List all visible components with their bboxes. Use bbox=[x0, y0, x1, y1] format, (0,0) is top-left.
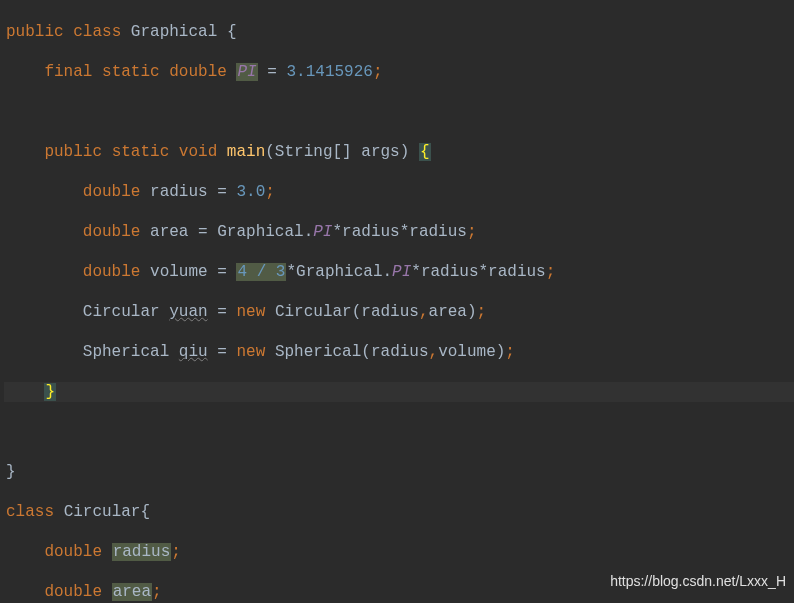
semicolon: ; bbox=[477, 303, 487, 321]
code-line: } bbox=[4, 462, 794, 482]
open-brace-hl: { bbox=[419, 143, 431, 161]
code-line: Spherical qiu = new Spherical(radius,vol… bbox=[4, 342, 794, 362]
semicolon: ; bbox=[265, 183, 275, 201]
number: 3.0 bbox=[236, 183, 265, 201]
semicolon: ; bbox=[546, 263, 556, 281]
expr: *radius*radius bbox=[411, 263, 545, 281]
var-qiu: qiu bbox=[179, 343, 208, 361]
equals: = bbox=[267, 63, 277, 81]
type-double: double bbox=[44, 583, 102, 601]
expr: volume = bbox=[150, 263, 227, 281]
keyword-class: class bbox=[73, 23, 121, 41]
keyword-new: new bbox=[236, 303, 265, 321]
expr: area = Graphical. bbox=[150, 223, 313, 241]
keyword-final: final bbox=[44, 63, 92, 81]
type-circular: Circular bbox=[83, 303, 160, 321]
type-double: double bbox=[83, 223, 141, 241]
close-brace-hl: } bbox=[44, 383, 56, 401]
ctor-call: Spherical(radius bbox=[275, 343, 429, 361]
keyword-class: class bbox=[6, 503, 54, 521]
ctor-call: Circular(radius bbox=[275, 303, 419, 321]
type-double: double bbox=[169, 63, 227, 81]
number: 3.1415926 bbox=[287, 63, 373, 81]
var-yuan: yuan bbox=[169, 303, 207, 321]
semicolon: ; bbox=[152, 583, 162, 601]
args: (String[] args) bbox=[265, 143, 409, 161]
watermark: https://blog.csdn.net/Lxxx_H bbox=[610, 571, 786, 591]
field-radius: radius bbox=[112, 543, 172, 561]
semicolon: ; bbox=[171, 543, 181, 561]
semicolon: ; bbox=[505, 343, 515, 361]
code-line: class Circular{ bbox=[4, 502, 794, 522]
keyword-static: static bbox=[102, 63, 160, 81]
class-name: Graphical bbox=[131, 23, 217, 41]
ctor-call: volume) bbox=[438, 343, 505, 361]
type-double: double bbox=[83, 263, 141, 281]
type-double: double bbox=[83, 183, 141, 201]
code-editor: public class Graphical { final static do… bbox=[0, 0, 794, 603]
code-line: double area = Graphical.PI*radius*radius… bbox=[4, 222, 794, 242]
ctor-call: area) bbox=[429, 303, 477, 321]
field-pi: PI bbox=[236, 63, 257, 81]
code-line: public class Graphical { bbox=[4, 22, 794, 42]
keyword-new: new bbox=[236, 343, 265, 361]
equals: = bbox=[217, 343, 227, 361]
field-area: area bbox=[112, 583, 152, 601]
keyword-public: public bbox=[44, 143, 102, 161]
keyword-void: void bbox=[179, 143, 217, 161]
code-line: double radius; bbox=[4, 542, 794, 562]
code-line: Circular yuan = new Circular(radius,area… bbox=[4, 302, 794, 322]
expr: *radius*radius bbox=[332, 223, 466, 241]
code-line-current: } bbox=[4, 382, 794, 402]
keyword-static: static bbox=[112, 143, 170, 161]
field-pi: PI bbox=[313, 223, 332, 241]
method-main: main bbox=[227, 143, 265, 161]
comma: , bbox=[429, 343, 439, 361]
class-name: Circular{ bbox=[64, 503, 150, 521]
code-line: double radius = 3.0; bbox=[4, 182, 794, 202]
comma: , bbox=[419, 303, 429, 321]
type-double: double bbox=[44, 543, 102, 561]
code-line bbox=[4, 102, 794, 122]
const-expr: 4 / 3 bbox=[236, 263, 286, 281]
expr: *Graphical. bbox=[286, 263, 392, 281]
semicolon: ; bbox=[467, 223, 477, 241]
close-brace: } bbox=[6, 463, 16, 481]
code-line: final static double PI = 3.1415926; bbox=[4, 62, 794, 82]
field-pi: PI bbox=[392, 263, 411, 281]
code-line: public static void main(String[] args) { bbox=[4, 142, 794, 162]
semicolon: ; bbox=[373, 63, 383, 81]
code-line bbox=[4, 422, 794, 442]
equals: = bbox=[217, 303, 227, 321]
open-brace: { bbox=[227, 23, 237, 41]
var-radius: radius = bbox=[150, 183, 227, 201]
keyword-public: public bbox=[6, 23, 64, 41]
code-line: double volume = 4 / 3*Graphical.PI*radiu… bbox=[4, 262, 794, 282]
type-spherical: Spherical bbox=[83, 343, 169, 361]
